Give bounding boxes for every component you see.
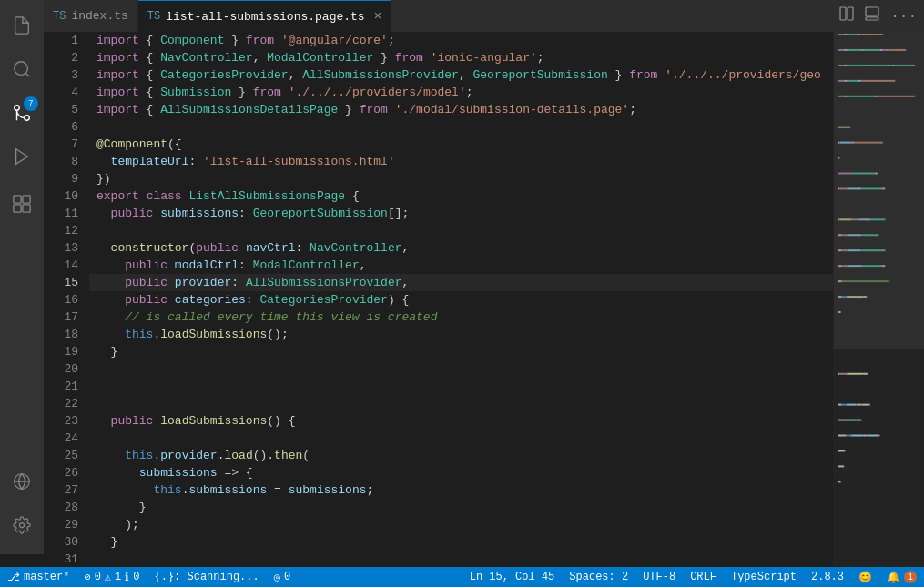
token: './modal/submission-details.page'	[395, 103, 629, 116]
line-number-11: 11	[44, 205, 78, 222]
warning-count: 1	[115, 571, 121, 583]
error-icon: ⊘	[84, 571, 90, 584]
line-ending-status[interactable]: CRLF	[683, 567, 724, 587]
line-number-4: 4	[44, 84, 78, 101]
token: [];	[388, 207, 409, 220]
token: this	[125, 449, 153, 462]
layout-icon[interactable]	[861, 3, 883, 29]
token: ,	[289, 68, 303, 82]
svg-line-1	[25, 73, 29, 76]
files-icon[interactable]	[0, 4, 44, 47]
token: from	[253, 86, 281, 99]
token: }	[608, 68, 629, 82]
token: }	[96, 345, 117, 359]
more-actions-icon[interactable]: ···	[887, 5, 920, 28]
line-number-12: 12	[44, 222, 78, 239]
debug-icon[interactable]	[0, 135, 44, 178]
code-line-5: import { AllSubmissionsDetailsPage } fro…	[89, 101, 833, 118]
token: ;	[466, 86, 473, 99]
language-status[interactable]: TypeScript	[724, 567, 804, 587]
line-number-14: 14	[44, 257, 78, 274]
tab-list[interactable]: TS list-all-submissions.page.ts ×	[138, 0, 391, 32]
settings-icon[interactable]	[0, 503, 44, 547]
remote-icon[interactable]	[0, 460, 44, 503]
code-line-27: this.submissions = submissions;	[89, 481, 833, 499]
code-line-13: constructor(public navCtrl: NavControlle…	[89, 239, 833, 257]
token: :	[231, 276, 246, 289]
tab-index[interactable]: TS index.ts	[44, 0, 138, 32]
token	[96, 258, 125, 272]
encoding-status[interactable]: UTF-8	[635, 567, 683, 587]
line-number-9: 9	[44, 170, 78, 187]
token: ModalController	[253, 258, 360, 272]
line-number-17: 17	[44, 309, 78, 326]
token: ();	[267, 328, 288, 341]
version-status[interactable]: 2.8.3	[804, 567, 851, 587]
activity-bar: 7	[0, 0, 44, 554]
warning-icon: ⚠	[105, 571, 111, 584]
token: submissions	[160, 207, 239, 220]
line-number-28: 28	[44, 499, 78, 516]
notification-icon[interactable]: 🔔 1	[879, 567, 924, 587]
split-editor-icon[interactable]	[836, 3, 858, 29]
token: templateUrl	[111, 155, 189, 168]
spaces-status[interactable]: Spaces: 2	[562, 567, 635, 587]
token: :	[239, 258, 253, 272]
token	[96, 414, 111, 428]
language-label: TypeScript	[731, 571, 797, 583]
branch-status[interactable]: ⎇ master*	[0, 567, 76, 587]
token: () {	[267, 414, 295, 428]
token: from	[629, 68, 657, 82]
token: }	[96, 535, 117, 549]
svg-rect-8	[23, 205, 30, 212]
token: Component	[160, 34, 224, 47]
token: :	[188, 155, 203, 168]
token: }	[338, 103, 359, 116]
extensions-icon[interactable]	[0, 182, 44, 226]
code-line-23: public loadSubmissions() {	[89, 412, 833, 430]
line-number-24: 24	[44, 430, 78, 447]
code-editor[interactable]: 1234567891011121314151617181920212223242…	[44, 32, 924, 567]
svg-rect-11	[840, 7, 846, 20]
token: AllSubmissionsProvider	[246, 276, 402, 289]
code-line-7: @Component({	[89, 136, 833, 153]
tab-list-close[interactable]: ×	[374, 10, 381, 23]
scanning-label: {.}: Scanning...	[155, 571, 259, 583]
cursor-position: Ln 15, Col 45	[470, 571, 555, 583]
token: {	[139, 68, 160, 82]
token: this	[125, 328, 153, 341]
token: ,	[402, 241, 410, 255]
token: provider	[160, 449, 217, 462]
token: '@angular/core'	[281, 34, 388, 47]
token: ) {	[388, 293, 409, 307]
token: categories	[175, 293, 246, 307]
line-number-10: 10	[44, 187, 78, 205]
errors-status[interactable]: ⊘ 0 ⚠ 1 ℹ 0	[76, 567, 147, 587]
token: CategoriesProvider	[259, 293, 387, 307]
search-icon[interactable]	[0, 47, 44, 91]
token: then	[274, 449, 302, 462]
code-line-22	[89, 395, 833, 412]
cursor-status[interactable]: Ln 15, Col 45	[462, 567, 563, 587]
token: public	[125, 293, 168, 307]
svg-rect-6	[23, 196, 30, 203]
problems-status[interactable]: ◎ 0	[267, 567, 298, 587]
token: ;	[537, 51, 544, 65]
svg-marker-4	[16, 149, 28, 165]
token: ;	[629, 103, 636, 116]
feedback-icon[interactable]: 😊	[851, 567, 879, 587]
line-number-19: 19	[44, 343, 78, 360]
line-numbers: 1234567891011121314151617181920212223242…	[44, 32, 89, 567]
code-content[interactable]: import { Component } from '@angular/core…	[89, 32, 833, 567]
token: public	[196, 241, 239, 255]
token: ListAllSubmissionsPage	[188, 189, 345, 203]
token: loadSubmissions	[160, 328, 267, 341]
token: ;	[388, 34, 395, 47]
source-control-icon[interactable]: 7	[0, 91, 44, 135]
token: =	[267, 483, 288, 497]
line-number-29: 29	[44, 516, 78, 533]
scanning-status[interactable]: {.}: Scanning...	[147, 567, 267, 587]
code-line-26: submissions => {	[89, 464, 833, 481]
token: }	[231, 86, 252, 99]
version-label: 2.8.3	[811, 571, 844, 583]
